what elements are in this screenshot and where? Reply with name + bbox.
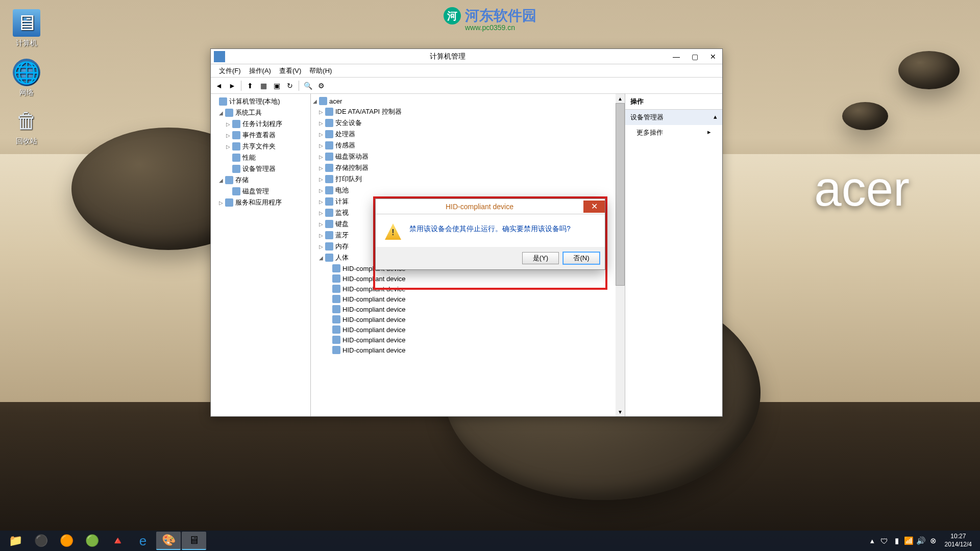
- actions-header: 操作: [625, 94, 722, 110]
- device-icon: [325, 153, 333, 161]
- nav-tree-item[interactable]: 设备管理器: [212, 163, 309, 174]
- taskbar-mgmt[interactable]: 🖥: [182, 532, 206, 550]
- device-category[interactable]: ▷打印队列: [312, 173, 624, 185]
- forward-button[interactable]: ►: [226, 80, 238, 92]
- menu-action[interactable]: 操作(A): [245, 65, 275, 77]
- device-button[interactable]: ⚙: [315, 80, 327, 92]
- taskbar-app1[interactable]: ⚫: [29, 532, 53, 550]
- titlebar[interactable]: 计算机管理 — ▢ ✕: [211, 49, 722, 64]
- device-icon: [325, 197, 333, 206]
- device-category[interactable]: ▷IDE ATA/ATAPI 控制器: [312, 106, 624, 117]
- tree-label: HID-compliant device: [342, 336, 406, 344]
- properties-button[interactable]: ▣: [271, 80, 283, 92]
- device-item[interactable]: HID-compliant device: [312, 314, 624, 324]
- hid-icon: [332, 346, 340, 354]
- dialog-close-button[interactable]: ✕: [583, 201, 605, 213]
- device-item[interactable]: HID-compliant device: [312, 294, 624, 304]
- menu-file[interactable]: 文件(F): [215, 65, 245, 77]
- device-item[interactable]: HID-compliant device: [312, 345, 624, 355]
- device-icon: [325, 164, 333, 172]
- navigation-tree[interactable]: 计算机管理(本地)◢系统工具▷任务计划程序▷事件查看器▷共享文件夹性能设备管理器…: [211, 94, 311, 416]
- menu-help[interactable]: 帮助(H): [305, 65, 336, 77]
- scroll-thumb[interactable]: [616, 103, 625, 286]
- close-button[interactable]: ✕: [704, 51, 722, 63]
- device-icon: [325, 186, 333, 194]
- device-category[interactable]: ▷安全设备: [312, 117, 624, 129]
- device-item[interactable]: HID-compliant device: [312, 304, 624, 314]
- taskbar-app2[interactable]: 🟠: [54, 532, 79, 550]
- folder-icon: [225, 109, 233, 117]
- taskbar-explorer[interactable]: 📁: [3, 532, 28, 550]
- desktop-icon-computer[interactable]: 🖥 计算机: [6, 9, 47, 48]
- scrollbar[interactable]: ▲ ▼: [616, 94, 625, 416]
- tree-root[interactable]: ◢ acer: [312, 96, 624, 106]
- nav-tree-item[interactable]: ▷事件查看器: [212, 130, 309, 141]
- maximize-button[interactable]: ▢: [685, 51, 704, 63]
- network-icon: 🌐: [13, 59, 40, 86]
- tree-label: 打印队列: [335, 174, 362, 184]
- nav-tree-item[interactable]: 性能: [212, 152, 309, 163]
- taskbar[interactable]: 📁 ⚫ 🟠 🟢 🔺 e 🎨 🖥 ▴ 🛡 ▮ 📶 🔊 ⊗ 10:27 2014/1…: [0, 531, 980, 551]
- app-icon: [214, 51, 225, 62]
- desktop-icon-network[interactable]: 🌐 网络: [6, 59, 47, 97]
- chevron-right-icon: ▸: [707, 128, 711, 137]
- taskbar-app4[interactable]: 🔺: [105, 532, 130, 550]
- tray-network-icon[interactable]: 📶: [903, 536, 915, 545]
- dialog-titlebar[interactable]: HID-compliant device ✕: [376, 199, 605, 214]
- taskbar-app3[interactable]: 🟢: [80, 532, 104, 550]
- device-category[interactable]: ▷磁盘驱动器: [312, 151, 624, 162]
- taskbar-ie[interactable]: e: [131, 532, 155, 550]
- nav-tree-item[interactable]: ▷共享文件夹: [212, 141, 309, 152]
- device-item[interactable]: HID-compliant device: [312, 324, 624, 335]
- system-tray: ▴ 🛡 ▮ 📶 🔊 ⊗ 10:27 2014/12/4: [866, 533, 977, 548]
- actions-section[interactable]: 设备管理器 ▴: [625, 110, 722, 125]
- folder-icon: [232, 131, 240, 139]
- device-icon: [325, 242, 333, 251]
- tray-shield-icon[interactable]: 🛡: [878, 537, 891, 545]
- tray-date: 2014/12/4: [945, 541, 972, 549]
- up-button[interactable]: ⬆: [244, 80, 256, 92]
- tree-label: HID-compliant device: [342, 316, 406, 323]
- watermark-icon: 河: [444, 7, 461, 24]
- actions-pane: 操作 设备管理器 ▴ 更多操作 ▸: [625, 94, 722, 416]
- scroll-up-button[interactable]: ▲: [616, 94, 625, 103]
- tray-battery-icon[interactable]: ▮: [891, 536, 903, 545]
- tray-input-icon[interactable]: ⊗: [927, 536, 940, 545]
- device-category[interactable]: ▷存储控制器: [312, 162, 624, 173]
- nav-tree-item[interactable]: ▷任务计划程序: [212, 118, 309, 130]
- tree-label: 内存: [335, 242, 349, 251]
- yes-button[interactable]: 是(Y): [522, 252, 559, 264]
- refresh-button[interactable]: ↻: [284, 80, 296, 92]
- tree-label: 电池: [335, 186, 349, 195]
- scan-button[interactable]: 🔍: [302, 80, 314, 92]
- view-button[interactable]: ▦: [257, 80, 270, 92]
- device-category[interactable]: ▷电池: [312, 185, 624, 196]
- hid-icon: [332, 336, 340, 344]
- nav-tree-item[interactable]: ◢存储: [212, 174, 309, 186]
- tray-clock[interactable]: 10:27 2014/12/4: [940, 533, 977, 548]
- scroll-down-button[interactable]: ▼: [616, 407, 625, 416]
- device-category[interactable]: ▷处理器: [312, 129, 624, 140]
- watermark: 河 河东软件园: [444, 6, 536, 26]
- tree-label: HID-compliant device: [342, 306, 406, 313]
- tree-label: acer: [329, 97, 342, 105]
- tray-volume-icon[interactable]: 🔊: [915, 536, 927, 545]
- tree-label: 传感器: [335, 141, 355, 150]
- device-category[interactable]: ▷传感器: [312, 140, 624, 151]
- recycle-bin-icon: 🗑: [13, 107, 40, 135]
- device-item[interactable]: HID-compliant device: [312, 335, 624, 345]
- menu-view[interactable]: 查看(V): [275, 65, 305, 77]
- taskbar-paint[interactable]: 🎨: [156, 532, 181, 550]
- no-button[interactable]: 否(N): [563, 252, 600, 264]
- nav-tree-item[interactable]: ◢系统工具: [212, 107, 309, 118]
- desktop-icon-recycle-bin[interactable]: 🗑 回收站: [6, 107, 47, 146]
- nav-tree-item[interactable]: 磁盘管理: [212, 186, 309, 197]
- tray-chevron-icon[interactable]: ▴: [866, 536, 878, 545]
- nav-tree-item[interactable]: 计算机管理(本地): [212, 96, 309, 107]
- back-button[interactable]: ◄: [213, 80, 225, 92]
- minimize-button[interactable]: —: [667, 51, 685, 63]
- tree-label: 磁盘管理: [242, 187, 269, 196]
- actions-more[interactable]: 更多操作 ▸: [625, 125, 722, 140]
- nav-tree-item[interactable]: ▷服务和应用程序: [212, 197, 309, 208]
- tree-label: 处理器: [335, 130, 355, 139]
